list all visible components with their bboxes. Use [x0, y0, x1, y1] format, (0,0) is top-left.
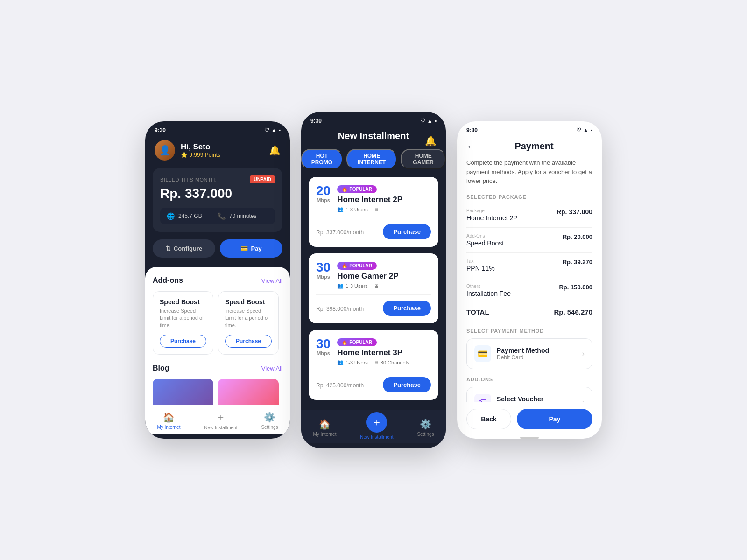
blog-thumb-2[interactable]	[218, 379, 279, 405]
phone-3: 9:30 ♡ ▲ ▪ ← Payment Complete the paymen…	[457, 121, 602, 439]
payment-method-label: SELECT PAYMENT METHOD	[466, 328, 592, 334]
card-icon: 💳	[474, 345, 491, 362]
popular-badge-3: 🔥 POPULAR	[337, 338, 377, 346]
speed-num-2: 30	[316, 261, 331, 274]
nav-label-home-2: My Internet	[313, 432, 336, 437]
total-row: TOTAL Rp. 546.270	[466, 303, 592, 321]
purchase-btn-2[interactable]: Purchase	[383, 301, 431, 316]
nav-new-installment-2[interactable]: ＋ New Installment	[360, 416, 393, 440]
package-card-1: 20 Mbps 🔥 POPULAR Home Internet 2P	[309, 177, 438, 247]
status-bar-2: 9:30 ♡ ▲ ▪	[301, 112, 446, 127]
heart-icon: ♡	[264, 127, 269, 133]
addon-card-1: Speed Boost Increase Speed Limit for a p…	[153, 291, 213, 355]
voucher-card[interactable]: 🏷 Select Voucher Voucher Available ›	[466, 387, 592, 402]
pay-final-button[interactable]: Pay	[517, 409, 592, 429]
points: ⭐ 9,999 Points	[181, 152, 220, 158]
status-icons-3: ♡ ▲ ▪	[576, 127, 592, 133]
users-feat-3: 👥 1-3 Users	[337, 359, 368, 365]
addon-desc-1: Increase Speed Limit for a period of tim…	[160, 308, 206, 329]
fire-icon-3: 🔥	[342, 340, 347, 345]
unpaid-badge: UNPAID	[250, 175, 275, 183]
battery-icon-3: ▪	[591, 127, 592, 133]
payment-description: Complete the payment with the available …	[466, 158, 592, 186]
p3-header: ← Payment	[457, 136, 602, 158]
package-name-2: Home Gamer 2P	[337, 272, 431, 281]
purchase-btn-3[interactable]: Purchase	[383, 377, 431, 392]
blog-thumb-1[interactable]	[153, 379, 213, 405]
user-info: 👤 Hi, Seto ⭐ 9,999 Points	[155, 140, 220, 161]
heart-icon-3: ♡	[576, 127, 581, 133]
package-info-2: 🔥 POPULAR Home Gamer 2P 👥 1-3 Users	[337, 261, 431, 289]
addon-title-1: Speed Boost	[160, 298, 206, 306]
nav-settings-2[interactable]: ⚙️ Settings	[417, 419, 434, 437]
nav-settings-1[interactable]: ⚙️ Settings	[261, 412, 278, 430]
phone-icon: 📞	[218, 212, 226, 220]
package-features-1: 👥 1-3 Users 🖥 –	[337, 206, 431, 212]
pay-button[interactable]: 💳 Pay	[220, 239, 282, 258]
package-info-3: 🔥 POPULAR Home Internet 3P 👥 1-3 Users	[337, 337, 431, 365]
notification-icon[interactable]: 🔔	[269, 145, 281, 156]
detail-amount-2: Rp. 39.270	[563, 259, 592, 266]
billing-header: BILLED THIS MONTH: UNPAID	[160, 175, 275, 183]
nav-my-internet-1[interactable]: 🏠 My Internet	[157, 412, 180, 430]
billing-label: BILLED THIS MONTH:	[160, 177, 217, 182]
total-label: TOTAL	[466, 308, 489, 316]
blog-view-all[interactable]: View All	[261, 365, 282, 372]
nav-label-installment-1: New Installment	[204, 425, 237, 430]
back-arrow[interactable]: ←	[466, 141, 476, 152]
package-name-1: Home Internet 2P	[337, 195, 431, 204]
configure-button[interactable]: ⇅ Configure	[153, 239, 215, 258]
popular-badge-2: 🔥 POPULAR	[337, 262, 377, 270]
addon-purchase-2[interactable]: Purchase	[225, 335, 272, 348]
p2-title: New Installment	[301, 127, 446, 149]
addons-title: Add-ons	[153, 276, 183, 285]
p3-footer: Back Pay	[457, 402, 602, 434]
data-stat: 🌐 245.7 GB	[167, 212, 202, 220]
detail-row-1: Add-Ons Speed Boost Rp. 20.000	[466, 230, 592, 251]
billing-stats: 🌐 245.7 GB 📞 70 minutes	[160, 208, 275, 224]
users-feat-2: 👥 1-3 Users	[337, 283, 368, 289]
payment-method-card[interactable]: 💳 Payment Method Debit Card ›	[466, 338, 592, 369]
time-2: 9:30	[310, 118, 322, 124]
phone-2: 9:30 ♡ ▲ ▪ New Installment 🔔 HOT PROMO H…	[301, 112, 446, 448]
monitor-icon-1: 🖥	[374, 207, 379, 212]
addon-title-2: Speed Boost	[225, 298, 272, 306]
nav-new-installment-1[interactable]: ＋ New Installment	[204, 411, 237, 430]
monitor-icon-3: 🖥	[374, 360, 379, 365]
speed-unit-3: Mbps	[316, 350, 331, 356]
payment-title: Payment	[476, 141, 592, 152]
nav-center-btn[interactable]: ＋	[366, 412, 387, 433]
data-value: 245.7 GB	[178, 213, 202, 219]
filter-home-internet[interactable]: HOME INTERNET	[346, 149, 397, 169]
chevron-icon-1: ›	[582, 350, 585, 358]
users-feat-1: 👥 1-3 Users	[337, 206, 368, 212]
signal-icon-2: ▲	[427, 118, 433, 124]
payment-method-section: SELECT PAYMENT METHOD 💳 Payment Method D…	[466, 328, 592, 369]
addons-view-all[interactable]: View All	[261, 277, 282, 284]
status-icons-1: ♡ ▲ ▪	[264, 127, 281, 133]
addon-purchase-1[interactable]: Purchase	[160, 335, 206, 348]
pay-icon: 💳	[240, 245, 248, 252]
voucher-info: Select Voucher Voucher Available	[497, 395, 577, 402]
nav-label-settings-1: Settings	[261, 425, 278, 430]
filter-home-gamer[interactable]: HOME GAMER	[401, 149, 446, 169]
package-card-3: 30 Mbps 🔥 POPULAR Home Internet 3P	[309, 330, 438, 400]
phone-1: 9:30 ♡ ▲ ▪ 👤 Hi, Seto ⭐ 9,999 Points 🔔	[145, 121, 290, 439]
users-icon-1: 👥	[337, 206, 344, 212]
speed-num-3: 30	[316, 337, 331, 350]
nav-my-internet-2[interactable]: 🏠 My Internet	[313, 419, 336, 437]
package-features-3: 👥 1-3 Users 🖥 30 Channels	[337, 359, 431, 365]
purchase-btn-1[interactable]: Purchase	[383, 224, 431, 239]
bell-2[interactable]: 🔔	[425, 135, 437, 147]
package-header-3: 30 Mbps 🔥 POPULAR Home Internet 3P	[316, 337, 431, 365]
method-info: Payment Method Debit Card	[497, 347, 577, 361]
total-amount: Rp. 546.270	[554, 308, 592, 316]
filter-hot-promo[interactable]: HOT PROMO	[301, 149, 343, 169]
package-header-1: 20 Mbps 🔥 POPULAR Home Internet 2P	[316, 184, 431, 212]
billing-amount: Rp. 337.000	[160, 186, 275, 201]
minutes-value: 70 minutes	[229, 213, 257, 219]
time-1: 9:30	[155, 127, 166, 133]
selected-package-label: SELECTED PACKAGE	[466, 194, 592, 200]
back-button[interactable]: Back	[466, 409, 511, 429]
package-features-2: 👥 1-3 Users 🖥 –	[337, 283, 431, 289]
